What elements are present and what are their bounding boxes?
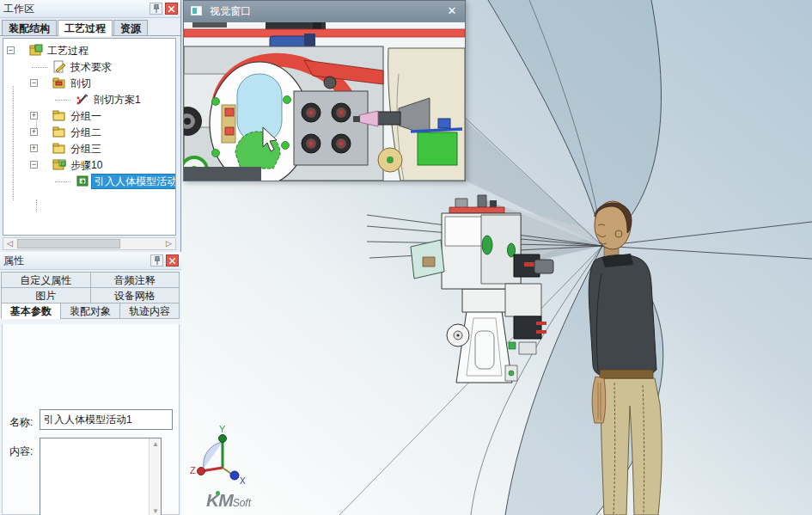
process-tree: −工艺过程技术要求−剖切剖切方案1+分组一+分组二+分组三−步骤10引入人体模型… [3, 38, 176, 236]
left-dock: 工作区 装配结构工艺过程资源 −工艺过程技术要求−剖切剖切方案1+分组一+分组二… [0, 0, 181, 515]
folder-icon [52, 109, 66, 122]
properties-tab-1-0[interactable]: 图片 [1, 287, 91, 303]
tree-item-label[interactable]: 步骤10 [68, 157, 105, 173]
workspace-panel-title: 工作区 [3, 3, 34, 15]
collapse-icon[interactable]: − [7, 46, 15, 54]
workspace-close-icon[interactable] [165, 3, 178, 15]
name-input[interactable] [40, 409, 173, 430]
tree-item-label[interactable]: 工艺过程 [45, 43, 91, 58]
process-folder-icon [29, 44, 43, 57]
axis-z-label: Z [190, 465, 196, 475]
properties-tab-0-1[interactable]: 音频注释 [90, 272, 180, 288]
content-scrollbar[interactable]: ▲ ▼ [149, 438, 161, 515]
properties-tab-strip: 自定义属性音频注释图片设备网格基本参数装配对象轨迹内容 [2, 273, 180, 319]
properties-panel-header: 属性 [0, 252, 181, 270]
collapse-icon[interactable]: − [30, 161, 38, 169]
logo-soft-text: Soft [233, 497, 251, 509]
section-folder-icon [52, 77, 66, 89]
folder-icon [52, 142, 66, 155]
scroll-up-icon[interactable]: ▲ [150, 440, 162, 448]
visual-window-icon [191, 6, 202, 15]
step-folder-icon [52, 158, 66, 171]
tree-item-label[interactable]: 分组三 [68, 141, 104, 156]
expand-icon[interactable]: + [30, 144, 38, 152]
tree-row: +分组一 [3, 108, 175, 124]
content-textarea[interactable]: ▲ ▼ [40, 438, 162, 515]
workspace-pin-icon[interactable] [150, 3, 162, 15]
scroll-left-icon[interactable]: ◁ [3, 238, 16, 249]
tree-item-label[interactable]: 引入人体模型活动1 [91, 174, 176, 189]
name-label: 名称: [9, 415, 33, 430]
expand-icon[interactable]: + [30, 112, 38, 120]
expand-icon[interactable]: + [30, 128, 38, 136]
tree-row: +分组二 [3, 125, 175, 140]
axis-x-label: X [240, 476, 246, 486]
properties-tab-row: 图片设备网格 [2, 288, 180, 303]
scrollbar-thumb[interactable] [17, 239, 120, 248]
tree-guide-line [36, 199, 37, 212]
logo-accent-dot [216, 491, 220, 495]
tree-guide-stub [55, 100, 70, 101]
tree-row: −剖切 [3, 76, 175, 91]
workspace-tab-strip: 装配结构工艺过程资源 [0, 20, 180, 36]
tree-row: +分组三 [3, 141, 175, 156]
properties-tab-2-0[interactable]: 基本参数 [1, 303, 61, 319]
workspace-tab-2[interactable]: 资源 [113, 20, 148, 35]
scroll-right-icon[interactable]: ▷ [162, 238, 175, 249]
tree-item-label[interactable]: 分组一 [68, 108, 104, 124]
properties-panel: 属性 自定义属性音频注释图片设备网格基本参数装配对象轨迹内容 名称: 内容: [0, 252, 181, 515]
visual-window-close-icon[interactable]: ✕ [444, 4, 460, 19]
tree-guide-stub [55, 181, 70, 182]
visual-window-content [184, 22, 465, 181]
collapse-icon[interactable]: − [30, 79, 38, 87]
tree-item-label[interactable]: 技术要求 [68, 59, 114, 75]
tree-item-label[interactable]: 剖切方案1 [91, 92, 143, 107]
properties-close-icon[interactable] [166, 254, 179, 267]
tree-row: −工艺过程 [3, 43, 175, 58]
properties-pin-icon[interactable] [150, 254, 163, 267]
workspace-panel-header: 工作区 [0, 0, 180, 18]
properties-tab-1-1[interactable]: 设备网格 [90, 287, 180, 303]
tree-row: 技术要求 [3, 59, 175, 75]
visual-window[interactable]: 视觉窗口 ✕ [183, 0, 466, 181]
tree-item-label[interactable]: 分组二 [68, 125, 104, 140]
properties-tab-row: 自定义属性音频注释 [2, 273, 180, 288]
tree-row: 剖切方案1 [3, 92, 175, 107]
content-label: 内容: [9, 444, 33, 459]
section-plan-icon [76, 93, 89, 106]
axis-y-label: Y [219, 424, 226, 434]
properties-tab-2-2[interactable]: 轨迹内容 [119, 303, 180, 319]
tree-row: −步骤10 [3, 157, 175, 173]
properties-tab-0-0[interactable]: 自定义属性 [1, 272, 91, 288]
tree-horizontal-scrollbar[interactable]: ◁ ▷ [3, 237, 176, 250]
properties-panel-title: 属性 [3, 254, 24, 267]
application-window: 工作区 装配结构工艺过程资源 −工艺过程技术要求−剖切剖切方案1+分组一+分组二… [0, 0, 812, 515]
visual-window-titlebar[interactable]: 视觉窗口 ✕ [184, 1, 465, 22]
workspace-tab-0[interactable]: 装配结构 [2, 20, 57, 35]
visual-window-title: 视觉窗口 [210, 5, 251, 17]
activity-icon [76, 175, 89, 187]
scroll-down-icon[interactable]: ▼ [150, 507, 162, 515]
kmsoft-logo: KMSoft [206, 490, 251, 511]
properties-form: 名称: 内容: ▲ ▼ 检验类型: 资源库取词保存 [2, 324, 180, 515]
tech-doc-icon [52, 60, 66, 73]
properties-tab-2-1[interactable]: 装配对象 [60, 303, 120, 319]
properties-tab-row: 基本参数装配对象轨迹内容 [2, 303, 180, 319]
tree-item-label[interactable]: 剖切 [68, 76, 94, 91]
folder-icon [52, 126, 66, 138]
tree-guide-stub [32, 67, 47, 68]
workspace-tab-1[interactable]: 工艺过程 [58, 20, 113, 36]
tree-row: 引入人体模型活动1 [3, 174, 175, 189]
